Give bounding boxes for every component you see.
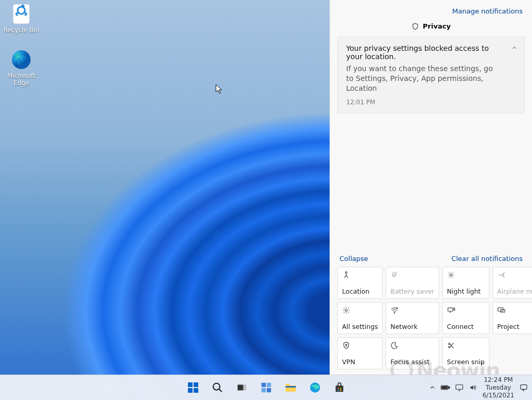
folder-icon — [284, 382, 297, 393]
notification-time: 12:01 PM — [346, 99, 516, 106]
battery-status[interactable] — [441, 384, 450, 391]
notification-section-header: Privacy — [330, 19, 532, 36]
wifi-icon — [390, 306, 434, 315]
tile-screen-snip[interactable]: Screen snip — [442, 337, 489, 369]
svg-rect-21 — [261, 388, 265, 392]
action-center-panel: Manage notifications Privacy Your privac… — [330, 0, 532, 375]
svg-rect-15 — [194, 388, 198, 393]
tray-overflow-button[interactable] — [429, 384, 435, 391]
svg-rect-18 — [243, 385, 246, 391]
shield-icon — [412, 23, 419, 30]
moon-icon — [390, 341, 434, 350]
taskbar-clock[interactable]: 12:24 PM Tuesday 6/15/2021 — [482, 376, 514, 399]
tile-location[interactable]: Location — [337, 267, 383, 299]
svg-rect-29 — [339, 390, 341, 391]
project-icon — [497, 306, 532, 315]
task-view-icon — [236, 382, 248, 393]
notification-card[interactable]: Your privacy settings blocked access to … — [337, 36, 525, 114]
tile-focus-assist[interactable]: Focus assist — [386, 337, 439, 369]
tile-label: VPN — [342, 358, 378, 366]
svg-rect-33 — [456, 385, 463, 390]
svg-point-2 — [345, 272, 347, 273]
desktop-icon-edge[interactable]: Microsoft Edge — [3, 49, 40, 87]
windows-logo-icon — [187, 381, 199, 394]
tile-connect[interactable]: Connect — [442, 302, 489, 334]
speaker-icon — [469, 384, 477, 391]
task-view-button[interactable] — [231, 377, 252, 398]
notification-icon — [520, 383, 528, 392]
monitor-icon — [455, 384, 463, 391]
chevron-up-icon[interactable] — [511, 44, 518, 51]
svg-rect-34 — [521, 385, 527, 390]
clock-day: Tuesday — [482, 384, 514, 392]
file-explorer-button[interactable] — [280, 377, 301, 398]
tile-night-light[interactable]: Night light — [442, 267, 489, 299]
svg-rect-27 — [339, 388, 341, 389]
svg-rect-31 — [448, 387, 449, 389]
taskbar-center — [183, 377, 350, 398]
manage-notifications-link[interactable]: Manage notifications — [452, 7, 523, 15]
collapse-button[interactable]: Collapse — [339, 255, 368, 263]
svg-rect-32 — [442, 387, 448, 389]
svg-rect-17 — [237, 385, 243, 391]
svg-rect-13 — [194, 382, 198, 387]
taskbar: 12:24 PM Tuesday 6/15/2021 — [0, 375, 532, 400]
svg-rect-19 — [261, 383, 265, 387]
svg-point-5 — [394, 313, 395, 313]
tile-label: Project — [497, 323, 532, 330]
tile-label: All settings — [342, 323, 378, 330]
notification-title: Your privacy settings blocked access to … — [346, 44, 516, 61]
svg-rect-25 — [335, 385, 343, 392]
gear-icon — [342, 306, 378, 315]
start-button[interactable] — [183, 377, 203, 398]
svg-point-4 — [345, 309, 347, 311]
sun-icon — [447, 270, 485, 280]
tile-label: Airplane mode — [497, 287, 532, 295]
svg-rect-28 — [337, 390, 339, 391]
tile-vpn[interactable]: VPN — [337, 337, 383, 369]
store-button[interactable] — [329, 377, 350, 398]
svg-rect-8 — [500, 310, 504, 312]
svg-point-16 — [213, 383, 220, 390]
tile-battery-saver[interactable]: Battery saver — [386, 267, 439, 299]
svg-point-9 — [346, 344, 347, 346]
clear-all-button[interactable]: Clear all notifications — [452, 255, 523, 263]
volume-status[interactable] — [469, 384, 477, 391]
tile-all-settings[interactable]: All settings — [337, 302, 383, 334]
svg-rect-14 — [188, 388, 193, 393]
svg-rect-22 — [266, 388, 270, 392]
connect-icon — [447, 306, 485, 315]
location-icon — [342, 270, 378, 280]
svg-rect-23 — [285, 386, 296, 388]
svg-point-3 — [450, 274, 452, 276]
widgets-button[interactable] — [256, 377, 277, 398]
search-button[interactable] — [207, 377, 228, 398]
edge-taskbar-button[interactable] — [305, 377, 325, 398]
tile-label: Connect — [447, 323, 485, 330]
svg-rect-20 — [266, 383, 270, 387]
tile-project[interactable]: Project — [493, 302, 532, 334]
tile-label: Location — [342, 287, 378, 295]
svg-rect-6 — [448, 308, 453, 311]
edge-icon — [309, 381, 321, 394]
desktop-icon-label: Recycle Bin — [3, 26, 39, 34]
recycle-bin-icon — [10, 3, 32, 25]
tile-airplane-mode[interactable]: Airplane mode — [493, 267, 532, 299]
store-icon — [334, 382, 345, 393]
system-tray: 12:24 PM Tuesday 6/15/2021 — [429, 376, 528, 399]
battery-icon — [441, 384, 450, 391]
section-title: Privacy — [423, 22, 451, 30]
action-center-button[interactable] — [520, 383, 528, 392]
vpn-shield-icon — [342, 341, 378, 350]
edge-icon — [10, 49, 32, 71]
quick-actions-grid: Location Battery saver Night light Airpl… — [330, 267, 532, 375]
notification-body: If you want to change these settings, go… — [346, 64, 516, 93]
desktop-icon-recycle-bin[interactable]: Recycle Bin — [3, 3, 40, 34]
svg-rect-12 — [188, 382, 193, 387]
airplane-icon — [497, 270, 532, 280]
chevron-up-icon — [429, 384, 435, 391]
tile-label: Battery saver — [390, 287, 434, 295]
tile-network[interactable]: Network — [386, 302, 439, 334]
network-status[interactable] — [455, 384, 463, 391]
tile-label: Night light — [447, 287, 485, 295]
